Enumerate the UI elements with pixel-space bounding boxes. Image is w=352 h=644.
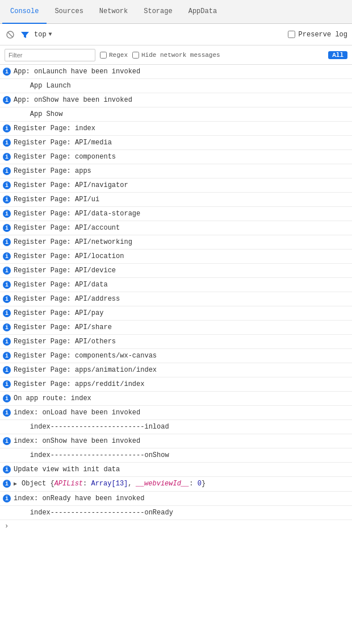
log-text: App: onLaunch have been invoked [14, 67, 140, 77]
regex-option: Regex [100, 52, 128, 59]
log-text: Register Page: components/wx-canvas [14, 351, 157, 361]
info-icon: i [2, 124, 11, 133]
empty-icon [2, 81, 11, 90]
log-text: Register Page: API/pay [14, 308, 103, 318]
log-entry: iUpdate view with init data [0, 463, 352, 477]
preserve-log-area: Preserve log [288, 31, 347, 39]
info-icon: i [2, 494, 11, 503]
context-arrow-icon: ▼ [49, 31, 52, 38]
log-entry: iRegister Page: apps/reddit/index [0, 377, 352, 392]
log-entry: iApp: onLaunch have been invoked [0, 65, 352, 79]
log-entry: iRegister Page: API/device [0, 264, 352, 278]
console-log: iApp: onLaunch have been invoked App Lau… [0, 65, 352, 520]
info-icon: i [2, 266, 11, 275]
log-continuation: App Show [0, 107, 352, 122]
log-text: App: onShow have been invoked [14, 95, 132, 105]
log-text: Register Page: API/media [14, 138, 112, 148]
log-entry: iRegister Page: components/wx-canvas [0, 349, 352, 363]
chevron-right-icon: › [5, 522, 9, 530]
tab-appdata[interactable]: AppData [181, 0, 225, 24]
log-entry: iRegister Page: API/data-storage [0, 207, 352, 221]
console-prompt[interactable]: › [0, 520, 352, 533]
tab-console[interactable]: Console [2, 0, 47, 24]
log-text: index: onLoad have been invoked [14, 408, 140, 418]
filter-input[interactable] [5, 49, 95, 61]
context-selector[interactable]: top ▼ [34, 31, 284, 39]
log-entry: iRegister Page: API/ui [0, 193, 352, 207]
log-entry: iRegister Page: API/networking [0, 235, 352, 250]
regex-checkbox[interactable] [100, 52, 107, 59]
log-object-entry: i▶ Object {APIList: Array[13], __webview… [0, 477, 352, 492]
expand-arrow-icon[interactable]: ▶ [14, 481, 20, 487]
log-entry: iRegister Page: API/share [0, 321, 352, 335]
empty-icon [2, 110, 11, 119]
hide-network-option: Hide network messages [132, 52, 220, 59]
log-text: Register Page: apps/reddit/index [14, 379, 144, 389]
info-icon: i [2, 394, 11, 403]
info-icon: i [2, 167, 11, 176]
log-entry: iRegister Page: API/data [0, 278, 352, 292]
log-text: Register Page: components [14, 152, 116, 162]
info-icon: i [2, 351, 11, 360]
info-icon: i [2, 309, 11, 318]
svg-line-1 [8, 32, 13, 37]
log-entry: iOn app route: index [0, 392, 352, 406]
log-text: index: onShow have been invoked [14, 436, 140, 446]
log-entry: iRegister Page: API/location [0, 250, 352, 264]
log-continuation-text: App Launch [14, 81, 71, 91]
info-icon: i [2, 152, 11, 161]
tab-storage[interactable]: Storage [136, 0, 180, 24]
log-entry: iRegister Page: API/account [0, 221, 352, 235]
hide-network-checkbox[interactable] [132, 52, 139, 59]
empty-icon [2, 508, 11, 517]
log-entry: iRegister Page: apps/animation/index [0, 363, 352, 377]
info-icon: i [2, 181, 11, 190]
all-badge[interactable]: All [328, 51, 347, 59]
log-entry: iRegister Page: API/address [0, 292, 352, 306]
log-entry: iindex: onShow have been invoked [0, 434, 352, 448]
log-text: Register Page: API/share [14, 322, 112, 333]
empty-icon [2, 422, 11, 431]
log-text: Register Page: API/data [14, 280, 108, 290]
block-icon[interactable] [5, 29, 16, 40]
regex-label: Regex [109, 52, 128, 59]
preserve-log-label: Preserve log [299, 31, 347, 39]
info-icon: i [2, 195, 11, 204]
info-icon: i [2, 365, 11, 375]
log-entry: iApp: onShow have been invoked [0, 93, 352, 107]
log-text: Register Page: index [14, 123, 95, 134]
tab-network[interactable]: Network [91, 0, 136, 24]
tab-sources[interactable]: Sources [47, 0, 91, 24]
log-text: index: onReady have been invoked [14, 493, 144, 504]
info-icon: i [2, 223, 11, 232]
log-object-text[interactable]: ▶ Object {APIList: Array[13], __webviewI… [14, 479, 206, 489]
log-continuation-text: index-----------------------onShow [14, 450, 169, 460]
log-text: Register Page: API/others [14, 336, 116, 347]
log-continuation: index-----------------------onReady [0, 506, 352, 520]
info-icon: i [2, 437, 11, 446]
log-text: Register Page: API/location [14, 251, 124, 261]
log-entry: iindex: onLoad have been invoked [0, 406, 352, 420]
tab-bar: Console Sources Network Storage AppData [0, 0, 352, 24]
log-text: Register Page: API/device [14, 265, 116, 276]
filter-icon[interactable] [19, 29, 31, 40]
info-icon: i [2, 479, 11, 488]
info-icon: i [2, 465, 11, 474]
info-icon: i [2, 209, 11, 218]
preserve-log-checkbox[interactable] [288, 31, 295, 38]
log-continuation: index-----------------------onShow [0, 448, 352, 463]
log-text: Register Page: API/address [14, 294, 120, 304]
log-continuation: App Launch [0, 79, 352, 93]
info-icon: i [2, 95, 11, 105]
empty-icon [2, 451, 11, 460]
filter-bar: Regex Hide network messages All [0, 45, 352, 65]
log-text: Update view with init data [14, 464, 120, 475]
info-icon: i [2, 280, 11, 289]
log-continuation-text: App Show [14, 109, 62, 119]
info-icon: i [2, 408, 11, 417]
log-entry: iRegister Page: components [0, 150, 352, 164]
log-entry: iRegister Page: index [0, 122, 352, 136]
info-icon: i [2, 323, 11, 332]
log-entry: iRegister Page: API/media [0, 136, 352, 150]
log-text: Register Page: API/ui [14, 194, 99, 205]
